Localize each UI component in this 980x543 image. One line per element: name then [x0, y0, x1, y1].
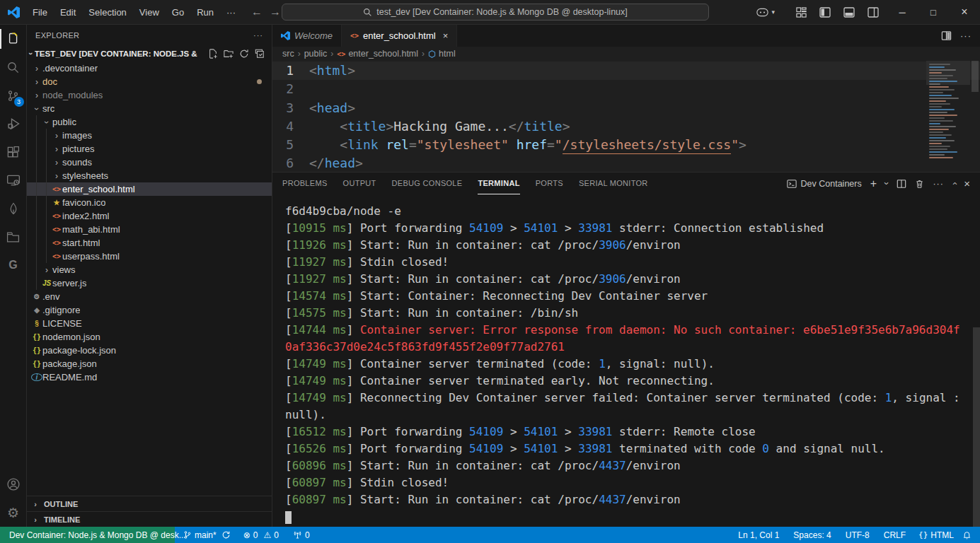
editor-scrollbar[interactable]: [970, 61, 980, 173]
menu-run[interactable]: Run: [191, 4, 219, 21]
tree-folder-src[interactable]: ›src: [27, 102, 272, 115]
panel-more-actions-icon[interactable]: ···: [933, 179, 944, 189]
workspace-root-row[interactable]: › TEST_DEV [DEV CONTAINER: NODE.JS & MON…: [27, 46, 272, 62]
window-maximize-button[interactable]: □: [918, 0, 949, 24]
collapse-folders-icon[interactable]: [255, 49, 265, 59]
tree-file-start-html[interactable]: <>start.html: [27, 236, 272, 250]
split-terminal-icon[interactable]: [897, 179, 906, 189]
tree-folder-pictures[interactable]: ›pictures: [27, 142, 272, 156]
mongodb-icon[interactable]: [0, 194, 27, 223]
problems-status[interactable]: ⊗ 0 ⚠ 0: [239, 530, 283, 540]
explorer-icon[interactable]: [0, 25, 27, 53]
breadcrumb-enter-school-html[interactable]: <>enter_school.html: [337, 49, 418, 59]
window-close-button[interactable]: ×: [949, 0, 980, 24]
terminal-output[interactable]: f6d4b9cba/node -e[10915 ms] Port forward…: [272, 194, 962, 525]
run-debug-icon[interactable]: [0, 110, 27, 138]
tree-folder-public[interactable]: ›public: [27, 115, 272, 129]
gitlens-icon[interactable]: G: [0, 251, 27, 279]
minimap[interactable]: [926, 61, 970, 173]
encoding-status[interactable]: UTF-8: [841, 530, 874, 540]
tab-enter-school-html[interactable]: <>enter_school.html×: [342, 25, 457, 47]
source-control-icon[interactable]: 3: [0, 81, 27, 110]
nav-forward-icon[interactable]: →: [270, 6, 281, 18]
tree-file-package-lock-json[interactable]: {}package-lock.json: [27, 344, 272, 357]
nav-back-icon[interactable]: ←: [251, 6, 263, 18]
split-editor-icon[interactable]: [941, 30, 952, 41]
tree-folder-doc[interactable]: ›doc: [27, 75, 272, 88]
tree-file-enter-school-html[interactable]: <>enter_school.html: [27, 182, 272, 196]
tree-folder-stylesheets[interactable]: ›stylesheets: [27, 169, 272, 182]
tree-folder-images[interactable]: ›images: [27, 129, 272, 142]
explorer-more-actions-icon[interactable]: ···: [253, 31, 263, 40]
menu-[interactable]: ···: [221, 4, 241, 21]
cursor-position-status[interactable]: Ln 1, Col 1: [734, 530, 783, 540]
section-timeline[interactable]: ›TIMELINE: [27, 511, 272, 527]
tree-folder-views[interactable]: ›views: [27, 263, 272, 276]
tree-file-package-json[interactable]: {}package.json: [27, 357, 272, 370]
extensions-icon[interactable]: [0, 138, 27, 166]
breadcrumb-html[interactable]: html: [428, 49, 456, 59]
toggle-secondary-sidebar-icon[interactable]: [863, 3, 884, 21]
breadcrumb-src[interactable]: src: [282, 49, 294, 59]
close-panel-icon[interactable]: ×: [964, 177, 970, 189]
refresh-icon[interactable]: [239, 49, 249, 59]
menu-go[interactable]: Go: [166, 4, 190, 21]
new-terminal-icon[interactable]: +: [870, 177, 877, 190]
command-center-search[interactable]: test_dev [Dev Container: Node.js & Mongo…: [282, 4, 709, 21]
remote-indicator[interactable]: Dev Container: Node.js & Mongo DB @ desk…: [0, 527, 175, 543]
panel-tab-debug-console[interactable]: DEBUG CONSOLE: [392, 173, 463, 194]
menu-file[interactable]: File: [27, 4, 53, 21]
panel-tab-serial-monitor[interactable]: SERIAL MONITOR: [579, 173, 648, 194]
indentation-status[interactable]: Spaces: 4: [789, 530, 835, 540]
new-folder-icon[interactable]: [224, 49, 234, 59]
section-outline[interactable]: ›OUTLINE: [27, 496, 272, 511]
tree-folder--devcontainer[interactable]: ›.devcontainer: [27, 62, 272, 75]
eol-status[interactable]: CRLF: [880, 530, 910, 540]
containers-icon[interactable]: [0, 223, 27, 251]
tree-file--gitignore[interactable]: ◆.gitignore: [27, 303, 272, 317]
tree-file--env[interactable]: ⚙.env: [27, 290, 272, 303]
window-minimize-button[interactable]: ─: [887, 0, 918, 24]
tree-folder-node-modules[interactable]: ›node_modules: [27, 88, 272, 102]
tree-file-userpass-html[interactable]: <>userpass.html: [27, 250, 272, 263]
copilot-chevron-icon[interactable]: ▾: [771, 8, 775, 16]
tree-file-readme-md[interactable]: iREADME.md: [27, 370, 272, 384]
tree-file-math-abi-html[interactable]: <>math_abi.html: [27, 223, 272, 236]
tab-welcome[interactable]: Welcome: [272, 25, 342, 47]
panel-tab-ports[interactable]: PORTS: [536, 173, 563, 194]
ports-status[interactable]: 0: [289, 530, 314, 540]
panel-tab-problems[interactable]: PROBLEMS: [282, 173, 328, 194]
tree-folder-sounds[interactable]: ›sounds: [27, 156, 272, 169]
accounts-icon[interactable]: [0, 470, 27, 498]
menu-view[interactable]: View: [134, 4, 165, 21]
remote-explorer-icon[interactable]: [0, 166, 27, 194]
language-mode-status[interactable]: {} HTML: [914, 530, 958, 540]
code-editor[interactable]: 1<html>23<head>4 <title>Hacking Game...<…: [272, 61, 980, 173]
tree-file-nodemon-json[interactable]: {}nodemon.json: [27, 330, 272, 344]
copilot-icon[interactable]: [751, 3, 773, 21]
toggle-panel-icon[interactable]: [838, 3, 860, 21]
menu-selection[interactable]: Selection: [83, 4, 132, 21]
tab-close-icon[interactable]: ×: [443, 30, 449, 41]
search-view-icon[interactable]: [0, 53, 27, 81]
tree-file-favicon-ico[interactable]: ★favicon.ico: [27, 196, 272, 209]
terminal-profile[interactable]: Dev Containers: [787, 179, 862, 189]
terminal-scrollbar[interactable]: [973, 194, 980, 527]
git-branch-status[interactable]: main*: [179, 530, 235, 540]
customize-layout-icon[interactable]: [790, 3, 812, 21]
tree-file-index2-html[interactable]: <>index2.html: [27, 209, 272, 223]
terminal-profile-chevron-icon[interactable]: ›: [882, 182, 892, 185]
toggle-primary-sidebar-icon[interactable]: [814, 3, 836, 21]
settings-gear-icon[interactable]: ⚙: [0, 498, 27, 527]
panel-tab-terminal[interactable]: TERMINAL: [478, 173, 519, 194]
editor-more-actions-icon[interactable]: ···: [960, 30, 972, 41]
tree-file-license[interactable]: §LICENSE: [27, 317, 272, 330]
breadcrumb-public[interactable]: public: [304, 49, 328, 59]
panel-tab-output[interactable]: OUTPUT: [343, 173, 376, 194]
menu-edit[interactable]: Edit: [54, 4, 81, 21]
kill-terminal-icon[interactable]: [915, 179, 924, 189]
maximize-panel-icon[interactable]: ›: [949, 182, 959, 185]
notifications-bell-icon[interactable]: [958, 530, 976, 539]
new-file-icon[interactable]: [208, 49, 218, 59]
tree-file-server-js[interactable]: JSserver.js: [27, 276, 272, 290]
